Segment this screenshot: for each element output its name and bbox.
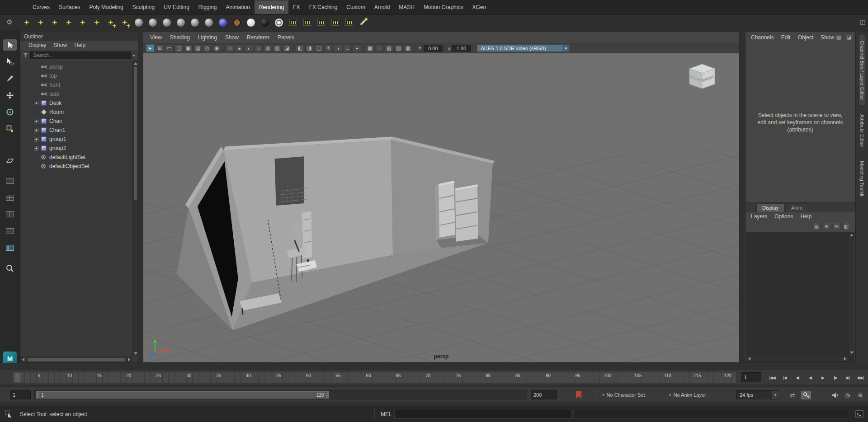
point-light-icon[interactable] bbox=[35, 17, 47, 28]
ambient-light-icon[interactable] bbox=[77, 17, 89, 28]
selection-highlight-icon[interactable]: ▸ bbox=[146, 44, 155, 52]
area-light-icon[interactable] bbox=[63, 17, 75, 28]
time-slider[interactable]: 5101520253035404550556065707580859095100… bbox=[12, 372, 737, 383]
auto-keyframe-button[interactable] bbox=[801, 391, 811, 399]
go-to-start-button[interactable]: |◀◀ bbox=[767, 375, 778, 380]
outliner-item[interactable]: top bbox=[20, 71, 138, 80]
lambert-material-icon[interactable] bbox=[175, 17, 187, 28]
viewport-canvas[interactable]: RIGHT FRONT persp bbox=[143, 53, 739, 362]
render-sequence-icon[interactable] bbox=[315, 17, 327, 28]
select-tool-button[interactable] bbox=[3, 39, 17, 51]
layer-editor-menu-item[interactable]: Help bbox=[797, 212, 815, 221]
range-slider-track[interactable]: 1 120 bbox=[34, 390, 527, 399]
construction-plane-button[interactable] bbox=[3, 155, 17, 166]
layout-outliner-persp-button[interactable] bbox=[3, 242, 17, 253]
outliner-item[interactable]: Room bbox=[20, 108, 138, 117]
fps-dropdown[interactable]: 24 fps ▾ bbox=[736, 390, 779, 399]
menu-item[interactable]: Arnold bbox=[370, 0, 395, 14]
playback-loop-icon[interactable]: ⇄ bbox=[788, 391, 797, 399]
render-frame-icon[interactable] bbox=[287, 17, 299, 28]
wireframe-on-shaded-icon[interactable]: ◍ bbox=[264, 44, 272, 52]
light-editor-icon[interactable] bbox=[119, 17, 131, 28]
lighting-icon[interactable]: ☀ bbox=[324, 44, 333, 52]
scroll-up-icon[interactable] bbox=[133, 61, 138, 66]
exposure-icon[interactable]: ☀ bbox=[418, 45, 422, 51]
scale-tool-button[interactable] bbox=[3, 123, 17, 134]
filter-icon[interactable] bbox=[23, 53, 28, 57]
motion-blur-icon[interactable]: ◓ bbox=[353, 44, 361, 52]
chevron-down-icon[interactable]: ▾ bbox=[562, 45, 569, 52]
wireframe-icon[interactable]: ◇ bbox=[226, 44, 234, 52]
volume-light-icon[interactable] bbox=[91, 17, 103, 28]
zoom-tool-button[interactable] bbox=[3, 263, 17, 274]
expand-icon[interactable] bbox=[34, 101, 38, 105]
outliner-menu-item[interactable]: Help bbox=[71, 41, 89, 50]
side-tab[interactable]: Modeling Toolkit bbox=[859, 156, 865, 201]
menu-item[interactable]: Motion Graphics bbox=[419, 0, 467, 14]
panel-layout-icon[interactable]: ◫ bbox=[860, 19, 865, 25]
light-linking-icon[interactable] bbox=[343, 17, 355, 28]
channel-box-menu-item[interactable]: Object bbox=[794, 32, 817, 43]
menu-item[interactable]: MASH bbox=[394, 0, 419, 14]
mute-sounds-icon[interactable] bbox=[830, 391, 840, 399]
multisample-icon[interactable]: ▩ bbox=[366, 44, 374, 52]
viewport-menu-item[interactable]: Renderer bbox=[243, 32, 274, 43]
surface-shader-icon[interactable] bbox=[245, 17, 257, 28]
scroll-left-icon[interactable] bbox=[746, 356, 752, 361]
flat-shade-icon[interactable]: ◨ bbox=[305, 44, 314, 52]
scroll-right-icon[interactable] bbox=[843, 356, 848, 361]
outliner-item[interactable]: front bbox=[20, 80, 138, 89]
outliner-item[interactable]: group1 bbox=[20, 135, 138, 144]
resolution-gate-icon[interactable]: ◫ bbox=[175, 44, 183, 52]
expand-icon[interactable] bbox=[34, 128, 38, 132]
outliner-item[interactable]: persp bbox=[20, 62, 138, 71]
expand-icon[interactable] bbox=[34, 137, 38, 141]
layer-options-icon[interactable]: ◧ bbox=[842, 223, 850, 230]
plane-icon[interactable]: ▨ bbox=[394, 44, 403, 52]
standard-surface-icon[interactable] bbox=[133, 17, 145, 28]
character-set-menu[interactable]: ▾ No Character Set bbox=[602, 391, 645, 399]
layers-sort-icon[interactable]: ▤ bbox=[812, 223, 821, 230]
field-chart-icon[interactable]: ▤ bbox=[193, 44, 202, 52]
outliner-menu-item[interactable]: Show bbox=[50, 41, 71, 50]
gate-mask-icon[interactable]: ▣ bbox=[184, 44, 193, 52]
shadows-icon[interactable]: ◑ bbox=[334, 44, 342, 52]
layer-list-vscrollbar[interactable] bbox=[849, 232, 854, 356]
viewport-menu-item[interactable]: Panels bbox=[274, 32, 298, 43]
menu-item[interactable]: Poly Modeling bbox=[85, 0, 127, 14]
current-frame-field[interactable] bbox=[741, 372, 761, 382]
smooth-shade-icon[interactable]: ◧ bbox=[296, 44, 304, 52]
pin-icon[interactable]: ◪ bbox=[845, 33, 853, 41]
new-layer-from-selected-icon[interactable]: ⊟ bbox=[832, 223, 840, 230]
outliner-search-input[interactable] bbox=[30, 52, 131, 59]
colorspace-dropdown[interactable]: ACES 1.0 SDR-video (sRGB) ▾ bbox=[477, 44, 570, 52]
scroll-left-icon[interactable] bbox=[20, 357, 26, 362]
expand-icon[interactable] bbox=[34, 146, 38, 150]
layer-editor-menu-item[interactable]: Layers bbox=[747, 212, 771, 221]
new-empty-layer-icon[interactable]: ⊞ bbox=[822, 223, 830, 230]
menu-item[interactable]: XGen bbox=[467, 0, 491, 14]
shaded-icon[interactable]: ● bbox=[235, 44, 244, 52]
xray-icon[interactable]: ▥ bbox=[273, 44, 282, 52]
list-icon[interactable]: ▤ bbox=[835, 33, 843, 41]
render-settings-icon[interactable] bbox=[329, 17, 341, 28]
exposure-field[interactable] bbox=[424, 45, 443, 52]
cached-playback-icon[interactable]: ◷ bbox=[843, 391, 853, 399]
channel-box-menu-item[interactable]: Edit bbox=[778, 32, 794, 43]
scroll-down-icon[interactable] bbox=[849, 350, 854, 356]
ipr-render-icon[interactable] bbox=[301, 17, 313, 28]
layout-two-pane-side-button[interactable] bbox=[3, 209, 17, 220]
layer-editor-tab[interactable]: Anim bbox=[785, 203, 808, 212]
lasso-tool-button[interactable] bbox=[3, 56, 17, 67]
viewport-options-icon[interactable]: ▦ bbox=[404, 44, 412, 52]
animation-end-field[interactable] bbox=[531, 390, 557, 399]
move-tool-button[interactable] bbox=[3, 89, 17, 101]
directional-light-icon[interactable] bbox=[49, 17, 61, 28]
outliner-item[interactable]: Chair bbox=[20, 117, 138, 126]
viewport-menu-item[interactable]: Lighting bbox=[194, 32, 221, 43]
layered-shader-icon[interactable] bbox=[189, 17, 201, 28]
layer-editor-tab[interactable]: Display bbox=[756, 203, 784, 212]
outliner-item[interactable]: side bbox=[20, 89, 138, 98]
gamma-field[interactable] bbox=[452, 45, 471, 52]
use-background-icon[interactable] bbox=[273, 17, 285, 28]
